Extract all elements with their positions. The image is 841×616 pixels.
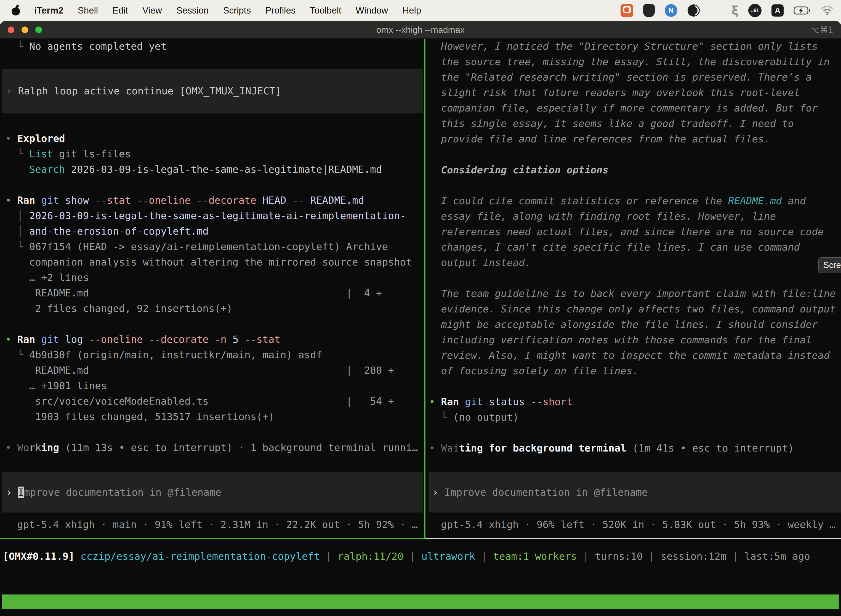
menu-item-shell[interactable]: Shell: [78, 5, 98, 16]
terminal: └ No agents completed yet › Ralph loop a…: [0, 39, 841, 616]
terminal-line: I could cite commit statistics or refere…: [429, 193, 841, 209]
right-pane-bottom-border: [425, 538, 841, 539]
blue-app-icon[interactable]: N: [665, 4, 677, 17]
apple-menu-icon[interactable]: [12, 6, 20, 15]
terminal-line: However, I noticed the "Directory Struct…: [429, 39, 841, 54]
letter-a-icon[interactable]: A: [771, 4, 784, 16]
screen-overlay-tooltip[interactable]: Scre: [818, 257, 841, 273]
terminal-line: └ 4b9d30f (origin/main, instructkr/main,…: [5, 347, 424, 363]
terminal-line: output instead.: [429, 255, 841, 270]
terminal-line: • Ran git status --short: [429, 394, 841, 409]
terminal-line: of focusing solely on file lines.: [429, 363, 841, 378]
window-title: omx --xhigh --madmax: [0, 21, 841, 39]
terminal-line: review. Also, I might want to inspect th…: [429, 348, 841, 363]
terminal-line: • Explored: [5, 131, 424, 146]
terminal-line: [5, 316, 424, 332]
terminal-line: • Ran git log --oneline --decorate -n 5 …: [5, 332, 424, 347]
terminal-line: [429, 425, 841, 440]
terminal-line: [5, 424, 424, 440]
terminal-line: › Improve documentation in @filename: [6, 485, 221, 500]
terminal-line: companion analysis without altering the …: [5, 254, 424, 270]
terminal-line: │ and-the-erosion-of-copyleft.md: [5, 224, 424, 239]
terminal-line: changes, I can't cite specific file line…: [429, 239, 841, 255]
battery-icon[interactable]: [794, 6, 811, 15]
menu-item-toolbelt[interactable]: Toolbelt: [310, 5, 341, 16]
terminal-line: • Ran git show --stat --oneline --decora…: [5, 193, 424, 208]
dark-circle-icon[interactable]: [687, 4, 700, 17]
menu-bar: iTerm2 Shell Edit View Session Scripts P…: [0, 0, 841, 21]
menu-item-window[interactable]: Window: [356, 5, 388, 16]
terminal-line: [429, 178, 841, 193]
left-pane[interactable]: └ No agents completed yet › Ralph loop a…: [0, 39, 424, 539]
screenshot-app-icon[interactable]: [621, 4, 633, 17]
omx-status-line: [OMX#0.11.9] cczip/essay/ai-reimplementa…: [3, 549, 810, 564]
menu-item-edit[interactable]: Edit: [112, 5, 128, 16]
terminal-line: › Improve documentation in @filename: [432, 485, 648, 500]
terminal-line: including verification notes with those …: [429, 332, 841, 348]
menu-item-help[interactable]: Help: [402, 5, 421, 16]
terminal-line: references need actual files, and since …: [429, 224, 841, 239]
menu-item-profiles[interactable]: Profiles: [265, 5, 296, 16]
title-bar[interactable]: omx --xhigh --madmax ⌥⌘1: [0, 21, 841, 39]
terminal-line: src/voice/voiceModeEnabled.ts | 54 +: [5, 393, 424, 409]
right-pane[interactable]: However, I noticed the "Directory Struct…: [426, 39, 841, 539]
right-prompt-input[interactable]: › Improve documentation in @filename: [428, 472, 841, 512]
menu-item-iterm2[interactable]: iTerm2: [34, 5, 63, 16]
shield-grid-icon[interactable]: [643, 4, 655, 17]
terminal-line: this single essay, it seems like a good …: [429, 116, 841, 131]
terminal-line: … +1901 lines: [5, 378, 424, 393]
terminal-line: … +2 lines: [5, 270, 424, 285]
badge-61-icon[interactable]: ..61: [748, 4, 762, 17]
ralph-loop-box: › Ralph loop active continue [OMX_TMUX_I…: [2, 69, 423, 113]
terminal-line: [OMX#0.11.9] cczip/essay/ai-reimplementa…: [3, 549, 810, 564]
dots-grid-icon[interactable]: [710, 5, 722, 16]
left-pane-top-lines: └ No agents completed yet: [0, 39, 424, 54]
terminal-line: └ List git ls-files: [5, 146, 424, 162]
squiggle-icon[interactable]: ξ: [731, 4, 738, 18]
terminal-line: The team guideline is to back every impo…: [429, 286, 841, 301]
terminal-line: might be acceptable alongside the file l…: [429, 317, 841, 332]
terminal-line: the "Related research writing" section i…: [429, 70, 841, 85]
terminal-line: slight risk that future readers may over…: [429, 85, 841, 100]
terminal-line: essay file, along with finding root file…: [429, 209, 841, 224]
terminal-line: Considering citation options: [429, 162, 841, 178]
menu-bar-tray: N ξ ..61 A: [621, 4, 834, 18]
menu-item-view[interactable]: View: [142, 5, 162, 16]
terminal-line: [429, 270, 841, 286]
menu-item-session[interactable]: Session: [176, 5, 209, 16]
terminal-line: the source tree, missing the essay. Stil…: [429, 54, 841, 70]
menu-items: iTerm2 Shell Edit View Session Scripts P…: [34, 5, 421, 16]
terminal-line: 1903 files changed, 513517 insertions(+): [5, 409, 424, 424]
apple-logo-body: [12, 8, 20, 15]
right-model-status: gpt-5.4 xhigh · 96% left · 520K in · 5.8…: [441, 517, 835, 532]
menu-item-scripts[interactable]: Scripts: [223, 5, 251, 16]
terminal-line: companion file, especially if more comme…: [429, 100, 841, 116]
left-pane-bottom-border: [0, 538, 425, 539]
terminal-line: [5, 177, 424, 193]
left-model-status: gpt-5.4 xhigh · main · 91% left · 2.31M …: [17, 517, 418, 532]
window-shortcut-badge: ⌥⌘1: [810, 21, 833, 39]
terminal-line: README.md | 280 +: [5, 363, 424, 378]
terminal-line: 2 files changed, 92 insertions(+): [5, 301, 424, 316]
terminal-line: README.md | 4 +: [5, 285, 424, 301]
terminal-line: [429, 147, 841, 162]
terminal-line: │ 2026-03-09-is-legal-the-same-as-legiti…: [5, 208, 424, 224]
terminal-line: Search 2026-03-09-is-legal-the-same-as-l…: [5, 162, 424, 177]
iterm-window: omx --xhigh --madmax ⌥⌘1 └ No agents com…: [0, 21, 841, 616]
terminal-line: • Working (11m 13s • esc to interrupt) ·…: [5, 440, 424, 455]
right-pane-log: However, I noticed the "Directory Struct…: [426, 39, 841, 456]
tmux-status-bar: [omx-cczip0:bash* "MacBook-Pro-44.local"…: [2, 594, 839, 609]
wifi-icon[interactable]: [820, 6, 834, 15]
pane-divider[interactable]: [424, 39, 425, 539]
apple-logo-leaf: [15, 5, 19, 9]
terminal-line: └ No agents completed yet: [5, 39, 424, 54]
left-pane-log: • Explored └ List git ls-files Search 20…: [0, 131, 424, 455]
terminal-line: └ (no output): [429, 409, 841, 425]
terminal-line: › Ralph loop active continue [OMX_TMUX_I…: [6, 84, 281, 99]
terminal-line: └ 067f154 (HEAD -> essay/ai-reimplementa…: [5, 239, 424, 254]
terminal-line: • Waiting for background terminal (1m 41…: [429, 440, 841, 456]
terminal-line: provide file and line references from th…: [429, 131, 841, 147]
terminal-line: evidence. Since this change only affects…: [429, 301, 841, 317]
left-prompt-input[interactable]: › Improve documentation in @filename: [2, 472, 423, 512]
terminal-line: [429, 378, 841, 394]
